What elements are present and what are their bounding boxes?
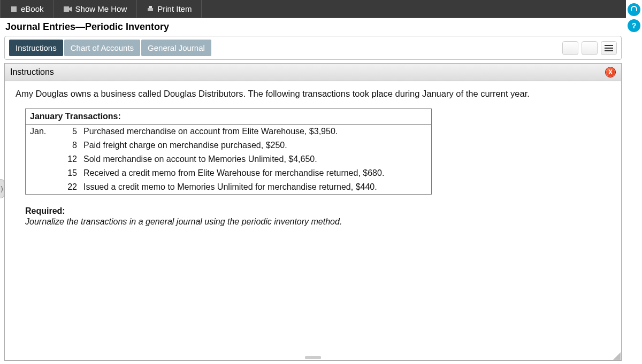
- desc-cell: Sold merchandise on account to Memories …: [83, 153, 427, 165]
- table-row: Jan. 5 Purchased merchandise on account …: [26, 125, 431, 138]
- transactions-table: January Transactions: Jan. 5 Purchased m…: [25, 109, 432, 195]
- page-title: Journal Entries—Periodic Inventory: [5, 21, 618, 33]
- day-cell: 5: [62, 126, 83, 137]
- toolbar-next-button[interactable]: [582, 41, 598, 55]
- left-drawer-handle[interactable]: ): [0, 179, 4, 198]
- transactions-header: January Transactions:: [26, 109, 431, 125]
- svg-rect-1: [148, 8, 153, 11]
- help-icon[interactable]: ?: [628, 19, 640, 32]
- month-cell: Jan.: [30, 126, 62, 137]
- desc-cell: Received a credit memo from Elite Wareho…: [83, 167, 427, 179]
- instructions-panel-title: Instructions: [10, 67, 54, 77]
- toolbar-prev-button[interactable]: [562, 41, 578, 55]
- instructions-panel-header: Instructions X: [5, 64, 621, 81]
- tab-chart-of-accounts[interactable]: Chart of Accounts: [64, 40, 140, 56]
- resize-handle-bottom[interactable]: [305, 356, 321, 359]
- tab-instructions[interactable]: Instructions: [9, 40, 63, 56]
- top-toolbar: eBook Show Me How Print Item: [0, 0, 626, 18]
- desc-cell: Paid freight charge on merchandise purch…: [83, 140, 427, 151]
- instructions-body: Amy Douglas owns a business called Dougl…: [5, 81, 621, 360]
- table-row: 12 Sold merchandise on account to Memori…: [26, 152, 431, 166]
- print-icon: [147, 5, 154, 13]
- required-label: Required:: [25, 206, 610, 216]
- ebook-button[interactable]: eBook: [0, 0, 54, 18]
- required-text: Journalize the transactions in a general…: [25, 217, 610, 227]
- table-row: 22 Issued a credit memo to Memories Unli…: [26, 180, 431, 194]
- svg-rect-2: [149, 6, 152, 8]
- show-me-how-label: Show Me How: [75, 4, 127, 13]
- svg-rect-0: [64, 6, 69, 12]
- support-icon[interactable]: [628, 3, 640, 16]
- day-cell: 8: [62, 140, 83, 151]
- tab-general-journal[interactable]: General Journal: [141, 40, 211, 56]
- table-row: 8 Paid freight charge on merchandise pur…: [26, 138, 431, 152]
- desc-cell: Purchased merchandise on account from El…: [83, 126, 427, 137]
- tab-container: Instructions Chart of Accounts General J…: [4, 36, 622, 60]
- day-cell: 15: [62, 167, 83, 179]
- page-title-bar: Journal Entries—Periodic Inventory: [0, 18, 626, 35]
- table-row: 15 Received a credit memo from Elite War…: [26, 166, 431, 180]
- day-cell: 22: [62, 181, 83, 193]
- toolbar-menu-button[interactable]: [601, 41, 617, 55]
- instructions-panel: Instructions X Amy Douglas owns a busine…: [4, 63, 622, 361]
- instructions-intro: Amy Douglas owns a business called Dougl…: [16, 89, 610, 99]
- desc-cell: Issued a credit memo to Memories Unlimit…: [83, 181, 427, 193]
- close-icon[interactable]: X: [605, 67, 616, 78]
- show-me-how-button[interactable]: Show Me How: [54, 0, 137, 18]
- resize-handle-corner[interactable]: [613, 352, 621, 360]
- video-icon: [64, 6, 72, 12]
- book-icon: [10, 5, 18, 13]
- right-sidebar: ?: [626, 0, 642, 364]
- required-block: Required: Journalize the transactions in…: [25, 206, 610, 227]
- print-item-label: Print Item: [157, 4, 192, 13]
- print-item-button[interactable]: Print Item: [137, 0, 202, 18]
- ebook-label: eBook: [21, 4, 44, 13]
- day-cell: 12: [62, 153, 83, 165]
